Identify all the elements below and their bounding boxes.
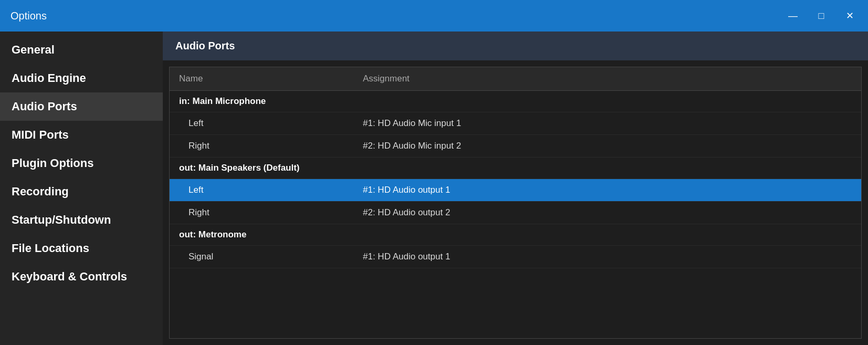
minimize-button[interactable]: — (785, 8, 801, 24)
port-extra (756, 251, 861, 263)
port-assignment: #1: HD Audio output 1 (353, 246, 756, 268)
col-header-name: Name (170, 67, 353, 90)
maximize-button[interactable]: □ (813, 8, 829, 24)
port-name: Right (170, 135, 353, 157)
table-group-row: out: Metronome (170, 224, 861, 246)
port-assignment: #2: HD Audio output 2 (353, 202, 756, 224)
port-name: Left (170, 112, 353, 134)
sidebar-item-startup-shutdown[interactable]: Startup/Shutdown (0, 206, 163, 234)
group-label: out: Metronome (170, 224, 861, 245)
port-extra (756, 184, 861, 196)
table-group-row: out: Main Speakers (Default) (170, 158, 861, 179)
sidebar-item-plugin-options[interactable]: Plugin Options (0, 149, 163, 177)
table-row[interactable]: Signal#1: HD Audio output 1 (170, 246, 861, 268)
group-label: in: Main Microphone (170, 91, 861, 112)
window-controls: — □ ✕ (785, 8, 857, 24)
sidebar: GeneralAudio EngineAudio PortsMIDI Ports… (0, 32, 163, 345)
content-area: Audio Ports Name Assignment in: Main Mic… (163, 32, 868, 345)
col-header-assignment: Assignment (353, 67, 756, 90)
port-name: Signal (170, 246, 353, 268)
port-name: Right (170, 202, 353, 224)
sidebar-item-keyboard-controls[interactable]: Keyboard & Controls (0, 263, 163, 291)
table-group-row: in: Main Microphone (170, 91, 861, 112)
port-assignment: #2: HD Audio Mic input 2 (353, 135, 756, 157)
sidebar-item-audio-ports[interactable]: Audio Ports (0, 92, 163, 121)
section-header: Audio Ports (163, 32, 868, 60)
titlebar: Options — □ ✕ (0, 0, 868, 32)
table-header: Name Assignment (170, 67, 861, 91)
port-extra (756, 207, 861, 218)
sidebar-item-file-locations[interactable]: File Locations (0, 234, 163, 263)
close-button[interactable]: ✕ (842, 8, 857, 24)
table-body: in: Main MicrophoneLeft#1: HD Audio Mic … (170, 91, 861, 268)
section-title: Audio Ports (175, 40, 235, 51)
table-row[interactable]: Right#2: HD Audio Mic input 2 (170, 135, 861, 158)
table-row[interactable]: Left#1: HD Audio Mic input 1 (170, 112, 861, 135)
port-assignment: #1: HD Audio Mic input 1 (353, 112, 756, 134)
sidebar-item-midi-ports[interactable]: MIDI Ports (0, 121, 163, 149)
port-assignment: #1: HD Audio output 1 (353, 179, 756, 201)
table-row[interactable]: Right#2: HD Audio output 2 (170, 202, 861, 224)
window: Options — □ ✕ GeneralAudio EngineAudio P… (0, 0, 868, 345)
audio-ports-table: Name Assignment in: Main MicrophoneLeft#… (169, 67, 862, 339)
port-extra (756, 140, 861, 152)
sidebar-item-audio-engine[interactable]: Audio Engine (0, 64, 163, 92)
window-title: Options (11, 10, 785, 22)
table-row[interactable]: Left#1: HD Audio output 1 (170, 179, 861, 202)
port-name: Left (170, 179, 353, 201)
sidebar-item-recording[interactable]: Recording (0, 177, 163, 206)
col-header-extra (756, 67, 861, 90)
sidebar-item-general[interactable]: General (0, 36, 163, 64)
main-content: GeneralAudio EngineAudio PortsMIDI Ports… (0, 32, 868, 345)
group-label: out: Main Speakers (Default) (170, 158, 861, 179)
port-extra (756, 118, 861, 129)
